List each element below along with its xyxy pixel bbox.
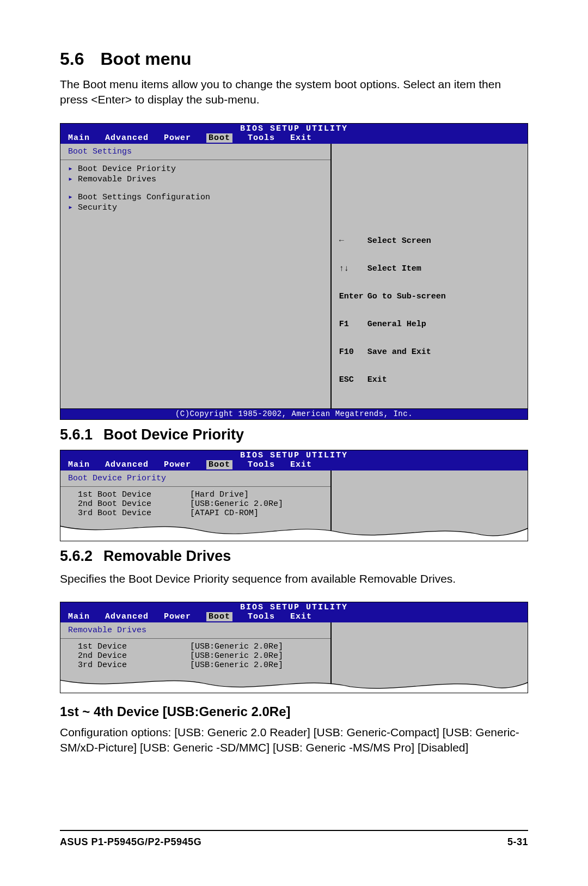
menu-label: 2nd Device bbox=[78, 651, 187, 661]
tab-boot[interactable]: Boot bbox=[206, 612, 232, 621]
chevron-right-icon: ▸ bbox=[68, 202, 75, 212]
tab-main[interactable]: Main bbox=[68, 612, 90, 621]
section-heading: 5.6Boot menu bbox=[60, 49, 528, 69]
tab-tools[interactable]: Tools bbox=[248, 612, 275, 621]
subsection-text: Specifies the Boot Device Priority seque… bbox=[60, 571, 528, 586]
help-text: Save and Exit bbox=[367, 347, 431, 357]
tab-power[interactable]: Power bbox=[164, 460, 191, 469]
page-footer: ASUS P1-P5945G/P2-P5945G 5-31 bbox=[60, 830, 528, 848]
menu-item[interactable]: 2nd Boot Device[USB:Generic 2.0Re] bbox=[68, 499, 323, 509]
help-key: F1 bbox=[339, 320, 367, 329]
menu-item[interactable]: ▸Removable Drives bbox=[68, 174, 323, 184]
menu-item[interactable]: 2nd Device[USB:Generic 2.0Re] bbox=[68, 651, 323, 661]
bios1-heading: Boot Settings bbox=[68, 147, 323, 156]
menu-value: [USB:Generic 2.0Re] bbox=[190, 651, 283, 661]
menu-value: [USB:Generic 2.0Re] bbox=[190, 499, 283, 509]
menu-label: 3rd Device bbox=[78, 661, 187, 670]
tab-main[interactable]: Main bbox=[68, 460, 90, 469]
tab-boot[interactable]: Boot bbox=[206, 460, 232, 469]
help-key: ← bbox=[339, 236, 367, 246]
menu-label: 3rd Boot Device bbox=[78, 509, 187, 518]
subsection-title: Removable Drives bbox=[103, 548, 231, 564]
menu-item[interactable]: 3rd Device[USB:Generic 2.0Re] bbox=[68, 661, 323, 670]
help-text: Exit bbox=[367, 375, 387, 384]
bios-screenshot-removable-drives: BIOS SETUP UTILITY Main Advanced Power B… bbox=[60, 602, 528, 693]
tab-boot[interactable]: Boot bbox=[206, 133, 232, 143]
tab-exit[interactable]: Exit bbox=[290, 133, 312, 143]
menu-label: 2nd Boot Device bbox=[78, 499, 187, 509]
sub-subsection-text: Configuration options: [USB: Generic 2.0… bbox=[60, 725, 528, 756]
help-block: ←Select Screen ↑↓Select Item EnterGo to … bbox=[339, 218, 520, 403]
bios-tabs: Main Advanced Power Boot Tools Exit bbox=[60, 460, 528, 471]
menu-item[interactable]: 1st Device[USB:Generic 2.0Re] bbox=[68, 642, 323, 651]
menu-value: [Hard Drive] bbox=[190, 490, 249, 499]
bios-title: BIOS SETUP UTILITY bbox=[60, 124, 528, 133]
tab-advanced[interactable]: Advanced bbox=[105, 460, 149, 469]
subsection-heading: 5.6.2Removable Drives bbox=[60, 548, 528, 565]
menu-value: [USB:Generic 2.0Re] bbox=[190, 661, 283, 670]
menu-label: Boot Settings Configuration bbox=[78, 193, 210, 202]
torn-edge-icon bbox=[60, 520, 528, 541]
tab-main[interactable]: Main bbox=[68, 133, 90, 143]
menu-item[interactable]: ▸Boot Device Priority bbox=[68, 163, 323, 174]
section-number: 5.6 bbox=[60, 49, 84, 69]
subsection-number: 5.6.1 bbox=[60, 426, 93, 443]
bios2-heading: Boot Device Priority bbox=[68, 474, 323, 483]
tab-advanced[interactable]: Advanced bbox=[105, 133, 149, 143]
tab-tools[interactable]: Tools bbox=[248, 133, 275, 143]
menu-label: Removable Drives bbox=[78, 175, 156, 184]
bios-copyright: (C)Copyright 1985-2002, American Megatre… bbox=[60, 409, 528, 419]
bios-title: BIOS SETUP UTILITY bbox=[60, 450, 528, 460]
footer-page-number: 5-31 bbox=[507, 836, 528, 848]
chevron-right-icon: ▸ bbox=[68, 192, 75, 202]
bios-tabs: Main Advanced Power Boot Tools Exit bbox=[60, 612, 528, 622]
menu-label: Boot Device Priority bbox=[78, 164, 176, 174]
menu-item[interactable]: 3rd Boot Device[ATAPI CD-ROM] bbox=[68, 509, 323, 518]
menu-value: [ATAPI CD-ROM] bbox=[190, 509, 259, 518]
torn-edge-icon bbox=[60, 671, 528, 693]
chevron-right-icon: ▸ bbox=[68, 174, 75, 184]
menu-item[interactable]: 1st Boot Device[Hard Drive] bbox=[68, 490, 323, 499]
subsection-number: 5.6.2 bbox=[60, 548, 93, 565]
menu-label: 1st Boot Device bbox=[78, 490, 187, 499]
divider bbox=[60, 486, 330, 487]
bios-screenshot-boot-priority: BIOS SETUP UTILITY Main Advanced Power B… bbox=[60, 450, 528, 541]
section-title: Boot menu bbox=[100, 49, 191, 69]
menu-value: [USB:Generic 2.0Re] bbox=[190, 642, 283, 651]
menu-item[interactable]: ▸Security bbox=[68, 202, 323, 212]
help-text: Go to Sub-screen bbox=[367, 292, 446, 301]
menu-label: Security bbox=[78, 203, 117, 212]
divider bbox=[60, 638, 330, 639]
subsection-heading: 5.6.1Boot Device Priority bbox=[60, 426, 528, 443]
tab-tools[interactable]: Tools bbox=[248, 460, 275, 469]
sub-subsection-title: 1st ~ 4th Device [USB:Generic 2.0Re] bbox=[60, 704, 291, 719]
help-text: Select Item bbox=[367, 264, 421, 273]
intro-text: The Boot menu items allow you to change … bbox=[60, 77, 528, 108]
bios-screenshot-boot-menu: BIOS SETUP UTILITY Main Advanced Power B… bbox=[60, 123, 528, 420]
menu-item[interactable]: ▸Boot Settings Configuration bbox=[68, 192, 323, 202]
subsection-title: Boot Device Priority bbox=[103, 426, 244, 443]
tab-exit[interactable]: Exit bbox=[290, 612, 312, 621]
tab-power[interactable]: Power bbox=[164, 612, 191, 621]
help-text: Select Screen bbox=[367, 236, 431, 246]
bios-tabs: Main Advanced Power Boot Tools Exit bbox=[60, 133, 528, 144]
help-key: ↑↓ bbox=[339, 264, 367, 273]
tab-power[interactable]: Power bbox=[164, 133, 191, 143]
chevron-right-icon: ▸ bbox=[68, 163, 75, 174]
bios3-heading: Removable Drives bbox=[68, 626, 323, 635]
menu-label: 1st Device bbox=[78, 642, 187, 651]
divider bbox=[60, 160, 330, 160]
help-text: General Help bbox=[367, 320, 426, 329]
help-key: Enter bbox=[339, 292, 367, 301]
tab-advanced[interactable]: Advanced bbox=[105, 612, 149, 621]
sub-subsection-heading: 1st ~ 4th Device [USB:Generic 2.0Re] bbox=[60, 704, 528, 719]
bios-title: BIOS SETUP UTILITY bbox=[60, 602, 528, 612]
help-key: ESC bbox=[339, 375, 367, 384]
help-key: F10 bbox=[339, 347, 367, 357]
footer-product: ASUS P1-P5945G/P2-P5945G bbox=[60, 836, 201, 848]
tab-exit[interactable]: Exit bbox=[290, 460, 312, 469]
